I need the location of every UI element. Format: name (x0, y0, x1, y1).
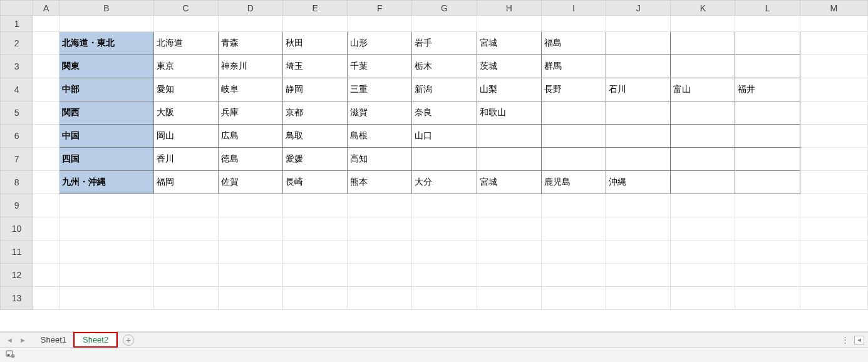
cell-I9[interactable] (541, 194, 606, 217)
cell-D11[interactable] (218, 240, 282, 264)
cell-J7[interactable] (606, 148, 671, 171)
cell-J13[interactable] (606, 287, 671, 310)
cell-E12[interactable] (282, 264, 347, 287)
cell-L13[interactable] (735, 287, 800, 310)
cell-K2[interactable] (671, 32, 735, 55)
cell-E9[interactable] (282, 194, 347, 217)
cell-B13[interactable] (59, 287, 153, 310)
cell-C7[interactable]: 香川 (153, 148, 218, 171)
cell-F5[interactable]: 滋賀 (348, 101, 412, 125)
cell-B7[interactable]: 四国 (59, 148, 153, 171)
row-header[interactable]: 6 (1, 125, 33, 148)
col-header[interactable]: A (33, 1, 59, 16)
cell-K8[interactable] (671, 171, 735, 194)
cell-G2[interactable]: 岩手 (412, 32, 477, 55)
cell-D12[interactable] (218, 264, 282, 287)
cell-G9[interactable] (412, 194, 477, 217)
cell-D10[interactable] (218, 217, 282, 240)
tab-nav-arrows[interactable]: ◄ ► (0, 336, 33, 344)
cell-M2[interactable] (800, 32, 867, 55)
sheet-tab-sheet1[interactable]: Sheet1 (33, 333, 75, 346)
cell-J10[interactable] (606, 217, 671, 240)
cell-I10[interactable] (541, 217, 606, 240)
cell-C12[interactable] (153, 264, 218, 287)
cell-E1[interactable] (282, 16, 347, 32)
cell-D7[interactable]: 徳島 (218, 148, 282, 171)
cell-K9[interactable] (671, 194, 735, 217)
cell-H4[interactable]: 山梨 (477, 78, 541, 101)
cell-A4[interactable] (33, 78, 59, 101)
cell-L10[interactable] (735, 217, 800, 240)
cell-C10[interactable] (153, 217, 218, 240)
cell-K1[interactable] (671, 16, 735, 32)
cell-L1[interactable] (735, 16, 800, 32)
cell-H2[interactable]: 宮城 (477, 32, 541, 55)
cell-I8[interactable]: 鹿児島 (541, 171, 606, 194)
cell-I1[interactable] (541, 16, 606, 32)
cell-C3[interactable]: 東京 (153, 55, 218, 78)
cell-M6[interactable] (800, 125, 867, 148)
cell-A11[interactable] (33, 240, 59, 264)
cell-F7[interactable]: 高知 (348, 148, 412, 171)
new-sheet-button[interactable]: + (123, 334, 134, 346)
cell-G6[interactable]: 山口 (412, 125, 477, 148)
cell-B1[interactable] (59, 16, 153, 32)
cell-F12[interactable] (348, 264, 412, 287)
cell-B2[interactable]: 北海道・東北 (59, 32, 153, 55)
cell-G11[interactable] (412, 240, 477, 264)
cell-B3[interactable]: 関東 (59, 55, 153, 78)
cell-D1[interactable] (218, 16, 282, 32)
cell-E11[interactable] (282, 240, 347, 264)
tab-nav-prev-icon[interactable]: ◄ (6, 336, 13, 344)
cell-F2[interactable]: 山形 (348, 32, 412, 55)
cell-D6[interactable]: 広島 (218, 125, 282, 148)
cell-G8[interactable]: 大分 (412, 171, 477, 194)
cell-K7[interactable] (671, 148, 735, 171)
spreadsheet-grid[interactable]: A B C D E F G H I J K L M 12北海道・東北北海道青森秋… (0, 0, 868, 310)
cell-G13[interactable] (412, 287, 477, 310)
cell-L4[interactable]: 福井 (735, 78, 800, 101)
col-header[interactable]: I (541, 1, 606, 16)
cell-L11[interactable] (735, 240, 800, 264)
cell-J9[interactable] (606, 194, 671, 217)
col-header[interactable]: E (282, 1, 347, 16)
row-header[interactable]: 7 (1, 148, 33, 171)
cell-G12[interactable] (412, 264, 477, 287)
cell-H9[interactable] (477, 194, 541, 217)
cell-I6[interactable] (541, 125, 606, 148)
cell-D8[interactable]: 佐賀 (218, 171, 282, 194)
cell-H11[interactable] (477, 240, 541, 264)
cell-I3[interactable]: 群馬 (541, 55, 606, 78)
cell-M7[interactable] (800, 148, 867, 171)
cell-K5[interactable] (671, 101, 735, 125)
cell-A6[interactable] (33, 125, 59, 148)
cell-K13[interactable] (671, 287, 735, 310)
cell-L2[interactable] (735, 32, 800, 55)
cell-I11[interactable] (541, 240, 606, 264)
cell-I5[interactable] (541, 101, 606, 125)
cell-M1[interactable] (800, 16, 867, 32)
select-all-corner[interactable] (1, 1, 33, 16)
cell-K6[interactable] (671, 125, 735, 148)
cell-E13[interactable] (282, 287, 347, 310)
col-header[interactable]: B (59, 1, 153, 16)
cell-E2[interactable]: 秋田 (282, 32, 347, 55)
cell-F1[interactable] (348, 16, 412, 32)
cell-E10[interactable] (282, 217, 347, 240)
cell-L12[interactable] (735, 264, 800, 287)
cell-E4[interactable]: 静岡 (282, 78, 347, 101)
cell-H8[interactable]: 宮城 (477, 171, 541, 194)
cell-I2[interactable]: 福島 (541, 32, 606, 55)
row-header[interactable]: 11 (1, 240, 33, 264)
cell-A7[interactable] (33, 148, 59, 171)
col-header[interactable]: M (800, 1, 867, 16)
cell-C1[interactable] (153, 16, 218, 32)
cell-A1[interactable] (33, 16, 59, 32)
cell-L5[interactable] (735, 101, 800, 125)
cell-F11[interactable] (348, 240, 412, 264)
col-header[interactable]: L (735, 1, 800, 16)
cell-H13[interactable] (477, 287, 541, 310)
cell-G7[interactable] (412, 148, 477, 171)
cell-F13[interactable] (348, 287, 412, 310)
sheet-tab-sheet2[interactable]: Sheet2 (75, 333, 116, 346)
